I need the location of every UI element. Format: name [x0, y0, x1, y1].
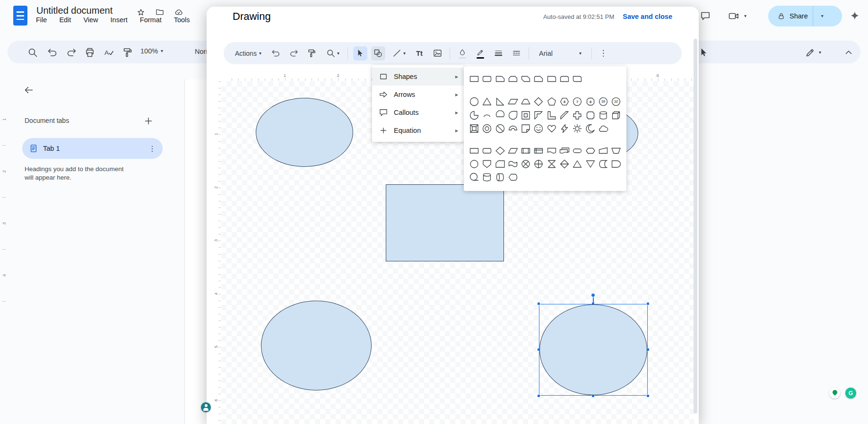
shape-hexagon-icon[interactable]: 6: [559, 96, 570, 107]
shape-snip-single-corner-rectangle-icon[interactable]: [495, 73, 506, 85]
shape-plaque-icon[interactable]: [585, 110, 596, 121]
add-tab-icon[interactable]: [143, 116, 154, 126]
shape-snip-and-round-single-corner-rectangle-icon[interactable]: [533, 73, 544, 85]
shape-decagon-icon[interactable]: 10: [598, 96, 609, 107]
selection-handle-ne[interactable]: [646, 302, 650, 305]
tab-item[interactable]: Tab 1 ⋮: [22, 138, 163, 159]
shape-flowchart-data-icon[interactable]: [507, 145, 519, 156]
shape-flowchart-predefined-process-icon[interactable]: [520, 145, 531, 156]
redo-button[interactable]: [287, 46, 301, 61]
star-icon[interactable]: [136, 8, 146, 17]
shape-flowchart-document-icon[interactable]: [546, 145, 557, 156]
menu-tools[interactable]: Tools: [174, 16, 190, 24]
shape-flowchart-manual-input-icon[interactable]: [598, 145, 609, 156]
shape-flowchart-extract-icon[interactable]: [572, 158, 583, 170]
shape-can-icon[interactable]: [598, 110, 609, 121]
border-color-button[interactable]: [473, 46, 487, 61]
selection-handle-se[interactable]: [646, 394, 650, 398]
rotation-handle[interactable]: [591, 293, 595, 297]
selected-canvas-ellipse[interactable]: [539, 304, 647, 395]
shape-flowchart-sort-icon[interactable]: [559, 158, 570, 170]
dialog-scrollbar[interactable]: [694, 39, 697, 414]
shape-diamond-icon[interactable]: [533, 96, 544, 107]
shape-round-single-corner-rectangle-icon[interactable]: [546, 73, 557, 85]
line-tool-button[interactable]: ▾: [389, 46, 408, 61]
shape-cube-icon[interactable]: [610, 110, 622, 121]
shape-arc-icon[interactable]: [481, 110, 493, 121]
shape-teardrop-icon[interactable]: [507, 110, 519, 121]
shape-rectangle-icon[interactable]: [469, 73, 480, 85]
shape-flowchart-punched-tape-icon[interactable]: [507, 158, 519, 170]
drawing-menu-item-shapes[interactable]: Shapes▸: [372, 68, 464, 86]
zoom-button[interactable]: ▾: [323, 46, 342, 61]
border-weight-button[interactable]: [491, 46, 505, 61]
canvas-ellipse[interactable]: [261, 301, 372, 390]
shape-right-triangle-icon[interactable]: [495, 96, 506, 107]
more-options-icon[interactable]: ⋮: [597, 48, 609, 58]
shape-chord-icon[interactable]: [495, 110, 506, 121]
shape-pentagon-icon[interactable]: [546, 96, 557, 107]
shape-flowchart-merge-icon[interactable]: [585, 158, 596, 170]
shape-flowchart-preparation-icon[interactable]: [585, 145, 596, 156]
redo-icon[interactable]: [66, 47, 77, 58]
paint-format-button[interactable]: [305, 46, 319, 61]
menu-insert[interactable]: Insert: [111, 16, 128, 24]
print-icon[interactable]: [84, 47, 95, 58]
shape-heptagon-icon[interactable]: 7: [572, 96, 583, 107]
select-tool-button[interactable]: [353, 46, 367, 61]
share-button[interactable]: Share ▾: [768, 6, 842, 26]
canvas-rect[interactable]: [386, 184, 504, 261]
shape-half-frame-icon[interactable]: [533, 110, 544, 121]
shape-flowchart-display-icon[interactable]: [507, 172, 519, 183]
shape-snip-same-side-corner-rectangle-icon[interactable]: [507, 73, 519, 85]
shape-tool-button[interactable]: [371, 46, 385, 61]
menu-format[interactable]: Format: [140, 16, 162, 24]
shape-flowchart-off-page-connector-icon[interactable]: [481, 158, 493, 170]
shape-flowchart-decision-icon[interactable]: [495, 145, 506, 156]
meet-video-icon[interactable]: [728, 10, 739, 22]
document-title[interactable]: Untitled document: [36, 5, 113, 16]
shape-flowchart-terminator-icon[interactable]: [572, 145, 583, 156]
search-menus-icon[interactable]: [27, 47, 38, 58]
shape-flowchart-sequential-access-storage-icon[interactable]: [469, 172, 480, 183]
assistant-badge[interactable]: [201, 402, 211, 412]
comments-icon[interactable]: [700, 10, 711, 22]
shape-dodecagon-icon[interactable]: 12: [610, 96, 622, 107]
shape-no-symbol-icon[interactable]: [495, 123, 506, 134]
shape-flowchart-manual-operation-icon[interactable]: [610, 145, 622, 156]
shape-moon-icon[interactable]: [585, 123, 596, 134]
spellcheck-icon[interactable]: A: [103, 47, 114, 58]
undo-icon[interactable]: [47, 47, 58, 58]
grammarly-pin-badge[interactable]: [829, 388, 840, 398]
share-caret-icon[interactable]: ▾: [813, 6, 832, 26]
shape-flowchart-direct-access-storage-icon[interactable]: [495, 172, 506, 183]
zoom-select[interactable]: 100%▾: [140, 47, 163, 55]
selection-handle-nw[interactable]: [537, 302, 540, 305]
fill-color-button[interactable]: [455, 46, 469, 61]
docs-logo[interactable]: [13, 6, 27, 26]
shape-flowchart-summing-junction-icon[interactable]: [520, 158, 531, 170]
shape-snip-diagonal-corner-rectangle-icon[interactable]: [520, 73, 531, 85]
shape-ellipse-icon[interactable]: [469, 96, 480, 107]
drawing-menu-item-arrows[interactable]: Arrows▸: [372, 86, 464, 104]
grammarly-badge[interactable]: G: [845, 388, 856, 398]
shape-octagon-icon[interactable]: 8: [585, 96, 596, 107]
shape-sun-icon[interactable]: [572, 123, 583, 134]
shape-parallelogram-icon[interactable]: [507, 96, 519, 107]
shape-triangle-icon[interactable]: [481, 96, 493, 107]
border-dash-button[interactable]: [509, 46, 523, 61]
menu-file[interactable]: File: [36, 16, 47, 24]
shape-pie-icon[interactable]: [469, 110, 480, 121]
shape-flowchart-collate-icon[interactable]: [546, 158, 557, 170]
menu-view[interactable]: View: [83, 16, 98, 24]
hide-menus-icon[interactable]: [843, 47, 854, 58]
select-cursor-icon[interactable]: [698, 47, 709, 58]
shape-round-diagonal-corner-rectangle-icon[interactable]: [572, 73, 583, 85]
shape-lightning-bolt-icon[interactable]: [559, 123, 570, 134]
shape-rounded-rectangle-icon[interactable]: [481, 73, 493, 85]
shape-flowchart-magnetic-disk-icon[interactable]: [481, 172, 493, 183]
shape-flowchart-stored-data-icon[interactable]: [598, 158, 609, 170]
shape-flowchart-card-icon[interactable]: [495, 158, 506, 170]
drawing-menu-item-equation[interactable]: Equation▸: [372, 121, 464, 139]
shape-cloud-icon[interactable]: [598, 123, 609, 134]
